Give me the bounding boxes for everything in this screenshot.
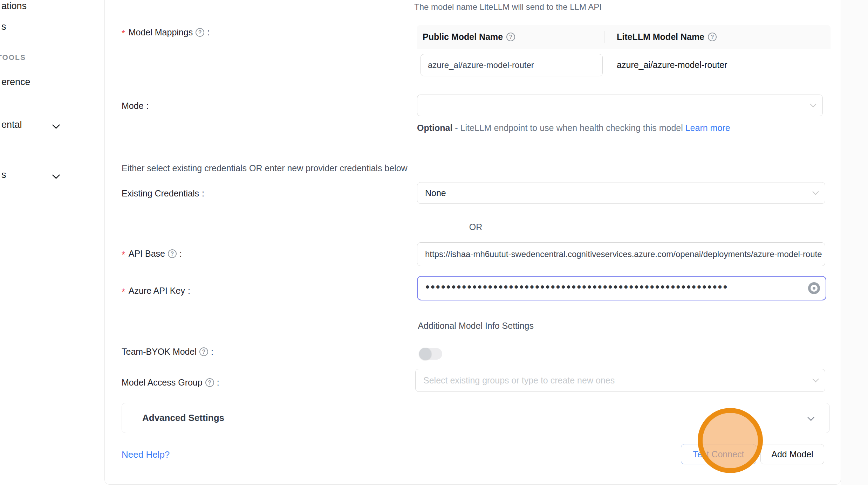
model-mappings-label: * Model Mappings ? : <box>122 27 210 37</box>
existing-credentials-label: Existing Credentials: <box>122 188 204 199</box>
masked-password-value: ••••••••••••••••••••••••••••••••••••••••… <box>425 280 728 294</box>
chevron-down-icon[interactable] <box>52 171 60 179</box>
existing-credentials-select[interactable]: None <box>417 182 825 204</box>
sidebar-item-2[interactable]: s <box>1 21 6 32</box>
column-divider <box>604 31 604 43</box>
sidebar-item-3[interactable]: erence <box>1 77 30 88</box>
model-name-hint: The model name LiteLLM will send to the … <box>414 2 602 12</box>
mode-label: Mode: <box>122 101 149 111</box>
sidebar-section-tools: TOOLS <box>0 53 26 62</box>
question-circle-icon[interactable]: ? <box>199 347 208 356</box>
credentials-note: Either select existing credentials OR en… <box>122 163 408 173</box>
toggle-knob <box>419 348 431 360</box>
question-circle-icon[interactable]: ? <box>708 33 717 41</box>
sidebar-item-5[interactable]: s <box>1 169 6 180</box>
question-circle-icon[interactable]: ? <box>196 28 204 37</box>
team-byok-label: Team-BYOK Model ? : <box>122 347 213 357</box>
required-asterisk: * <box>122 250 125 260</box>
required-asterisk: * <box>122 28 125 39</box>
sidebar-item-1[interactable]: ations <box>1 1 27 12</box>
chevron-down-icon <box>812 376 819 382</box>
model-access-group-select[interactable]: Select existing groups or type to create… <box>415 369 825 392</box>
sidebar: ations s TOOLS erence ental s <box>0 0 74 485</box>
litellm-model-name-header: LiteLLM Model Name ? <box>604 32 717 42</box>
chevron-down-icon[interactable] <box>52 121 60 129</box>
litellm-model-name-value: azure_ai/azure-model-router <box>604 60 727 70</box>
azure-api-key-input[interactable]: ••••••••••••••••••••••••••••••••••••••••… <box>417 276 826 300</box>
question-circle-icon[interactable]: ? <box>205 378 214 387</box>
public-model-name-input[interactable] <box>421 54 603 76</box>
table-row: azure_ai/azure-model-router <box>417 49 831 81</box>
or-divider: OR <box>122 222 830 232</box>
select-placeholder: Select existing groups or type to create… <box>423 375 615 386</box>
learn-more-link[interactable]: Learn more <box>685 123 730 133</box>
mode-hint: Optional - LiteLLM endpoint to use when … <box>417 121 737 135</box>
need-help-link[interactable]: Need Help? <box>122 449 170 460</box>
model-mappings-table: Public Model Name ? LiteLLM Model Name ?… <box>417 25 831 81</box>
required-asterisk: * <box>122 287 125 297</box>
page-right-gutter <box>841 0 868 485</box>
test-connect-button[interactable]: Test Connect <box>681 444 756 464</box>
sidebar-item-4[interactable]: ental <box>1 119 22 130</box>
chevron-down-icon <box>812 188 819 195</box>
api-base-input[interactable]: https://ishaa-mh6uutut-swedencentral.cog… <box>417 242 825 266</box>
chevron-down-icon <box>810 101 816 107</box>
mode-select[interactable] <box>417 95 823 116</box>
advanced-settings-toggle[interactable]: Advanced Settings <box>122 403 830 433</box>
add-model-page: ations s TOOLS erence ental s The model … <box>0 0 868 485</box>
team-byok-toggle[interactable] <box>419 348 442 360</box>
chevron-down-icon <box>807 414 814 421</box>
question-circle-icon[interactable]: ? <box>506 33 515 41</box>
azure-api-key-label: * Azure API Key: <box>122 286 190 296</box>
api-base-label: * API Base ? : <box>122 249 182 259</box>
eye-icon[interactable] <box>808 282 820 294</box>
additional-settings-divider: Additional Model Info Settings <box>122 321 830 331</box>
add-model-button[interactable]: Add Model <box>760 444 824 464</box>
question-circle-icon[interactable]: ? <box>168 249 177 258</box>
table-header-row: Public Model Name ? LiteLLM Model Name ? <box>417 25 831 49</box>
model-access-group-label: Model Access Group ? : <box>122 377 219 388</box>
public-model-name-header: Public Model Name ? <box>417 32 604 42</box>
